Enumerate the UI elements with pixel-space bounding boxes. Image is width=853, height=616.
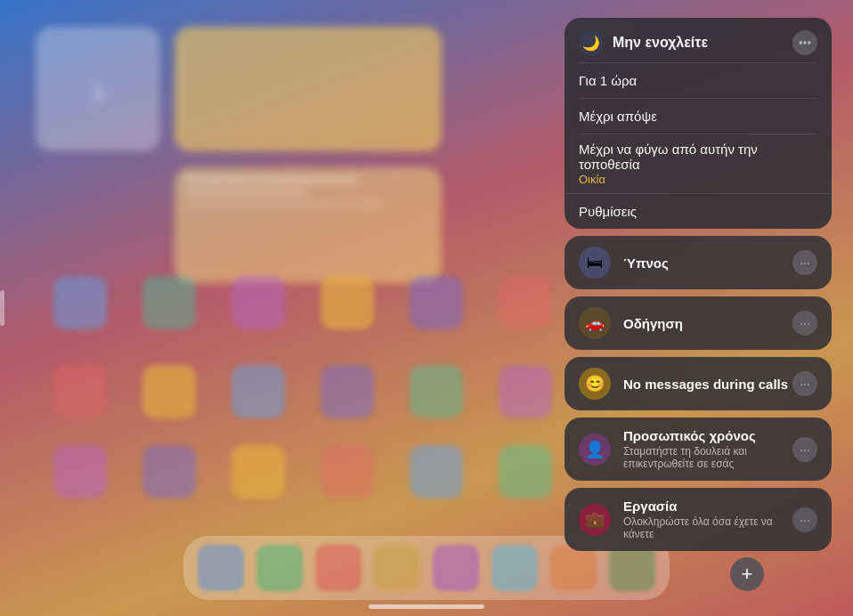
app-icon — [410, 445, 463, 498]
focus-btn-personal-text: Προσωπικός χρόνος Σταματήστε τη δουλειά … — [623, 428, 775, 470]
nomsg-icon: 😊 — [579, 368, 611, 400]
dnd-more-button[interactable]: ••• — [792, 30, 817, 55]
app-icon — [499, 445, 552, 498]
app-icon — [321, 276, 374, 329]
app-icon — [53, 276, 107, 329]
dock-icon[interactable] — [198, 545, 244, 591]
focus-panel: 🌙 Μην ενοχλείτε ••• Για 1 ώρα Μέχρι απόψ… — [565, 18, 832, 551]
app-icon — [321, 445, 374, 498]
app-icon — [232, 365, 285, 418]
home-indicator — [369, 604, 484, 609]
focus-btn-personal[interactable]: 👤 Προσωπικός χρόνος Σταματήστε τη δουλει… — [565, 417, 832, 481]
sleep-more-button[interactable]: ··· — [792, 250, 817, 275]
dnd-title-row: 🌙 Μην ενοχλείτε — [579, 30, 708, 55]
focus-btn-work-text: Εργασία Ολοκληρώστε όλα όσα έχετε να κάν… — [623, 498, 775, 540]
app-icon — [53, 445, 107, 498]
app-icon — [142, 445, 196, 498]
dock-icon[interactable] — [433, 545, 479, 591]
personal-more-button[interactable]: ··· — [792, 437, 817, 462]
focus-btn-work[interactable]: 💼 Εργασία Ολοκληρώστε όλα όσα έχετε να κ… — [565, 488, 832, 551]
sidebar-handle — [0, 290, 4, 326]
dnd-option-1hour[interactable]: Για 1 ώρα — [565, 63, 832, 98]
dock-icon[interactable] — [315, 545, 362, 591]
app-icon — [142, 365, 196, 418]
dnd-title: Μην ενοχλείτε — [613, 35, 708, 51]
focus-btn-work-left: 💼 Εργασία Ολοκληρώστε όλα όσα έχετε να κ… — [579, 498, 775, 540]
app-icon — [499, 276, 552, 329]
app-icon — [321, 365, 374, 418]
personal-icon: 👤 — [579, 434, 611, 466]
app-row-2 — [53, 365, 552, 418]
driving-more-button[interactable]: ··· — [792, 311, 817, 336]
widget-area: › — [36, 27, 442, 283]
focus-btn-driving-left: 🚗 Οδήγηση — [579, 307, 683, 339]
dock-icon[interactable] — [550, 545, 597, 591]
driving-icon: 🚗 — [579, 307, 611, 339]
app-icon — [410, 365, 463, 418]
dnd-option-location[interactable]: Μέχρι να φύγω από αυτήν την τοποθεσία Οι… — [565, 134, 832, 193]
focus-btn-driving-title: Οδήγηση — [623, 316, 683, 331]
focus-btn-driving[interactable]: 🚗 Οδήγηση ··· — [565, 296, 832, 350]
app-icon — [53, 365, 107, 418]
dock-icon[interactable] — [491, 545, 538, 591]
widget-wide-1 — [175, 167, 442, 283]
focus-btn-personal-title: Προσωπικός χρόνος — [623, 428, 775, 443]
focus-btn-sleep-text: Ύπνος — [623, 255, 669, 271]
focus-btn-driving-text: Οδήγηση — [623, 316, 683, 331]
focus-btn-personal-subtitle: Σταματήστε τη δουλειά και επικεντρωθείτε… — [623, 445, 775, 470]
dnd-settings-option[interactable]: Ρυθμίσεις — [565, 193, 832, 229]
work-icon: 💼 — [579, 504, 611, 536]
widget-small-1: › — [36, 27, 160, 151]
focus-btn-sleep-title: Ύπνος — [623, 255, 669, 271]
app-icon — [232, 276, 285, 329]
dnd-header: 🌙 Μην ενοχλείτε ••• — [565, 18, 832, 62]
app-icon — [232, 445, 285, 498]
focus-btn-sleep-left: 🛏 Ύπνος — [579, 247, 669, 279]
work-more-button[interactable]: ··· — [792, 507, 817, 532]
add-focus-button[interactable]: + — [730, 557, 764, 591]
focus-btn-personal-left: 👤 Προσωπικός χρόνος Σταματήστε τη δουλει… — [579, 428, 775, 470]
focus-btn-work-title: Εργασία — [623, 498, 775, 514]
dnd-location-main: Μέχρι να φύγω από αυτήν την τοποθεσία — [579, 142, 817, 172]
focus-btn-nomsg[interactable]: 😊 No messages during calls ··· — [565, 357, 832, 410]
sleep-icon: 🛏 — [579, 247, 611, 279]
app-icon — [499, 365, 552, 418]
focus-btn-nomsg-text: No messages during calls — [623, 377, 788, 392]
dock-icon[interactable] — [256, 545, 303, 591]
focus-btn-nomsg-left: 😊 No messages during calls — [579, 368, 788, 400]
app-row-1 — [53, 276, 552, 329]
focus-btn-nomsg-title: No messages during calls — [623, 377, 788, 392]
app-icon — [142, 276, 196, 329]
dnd-location-sub: Οικία — [579, 173, 817, 186]
nomsg-more-button[interactable]: ··· — [792, 371, 817, 396]
widget-medium-1 — [175, 27, 442, 151]
dock-icon[interactable] — [374, 545, 420, 591]
dnd-option-tonight[interactable]: Μέχρι απόψε — [565, 99, 832, 134]
dnd-card: 🌙 Μην ενοχλείτε ••• Για 1 ώρα Μέχρι απόψ… — [565, 18, 832, 229]
app-row-3 — [53, 445, 552, 498]
focus-btn-work-subtitle: Ολοκληρώστε όλα όσα έχετε να κάνετε — [623, 515, 775, 540]
dock-icon[interactable] — [609, 545, 655, 591]
app-icon — [410, 276, 463, 329]
moon-icon: 🌙 — [579, 30, 604, 55]
focus-btn-sleep[interactable]: 🛏 Ύπνος ··· — [565, 236, 832, 289]
